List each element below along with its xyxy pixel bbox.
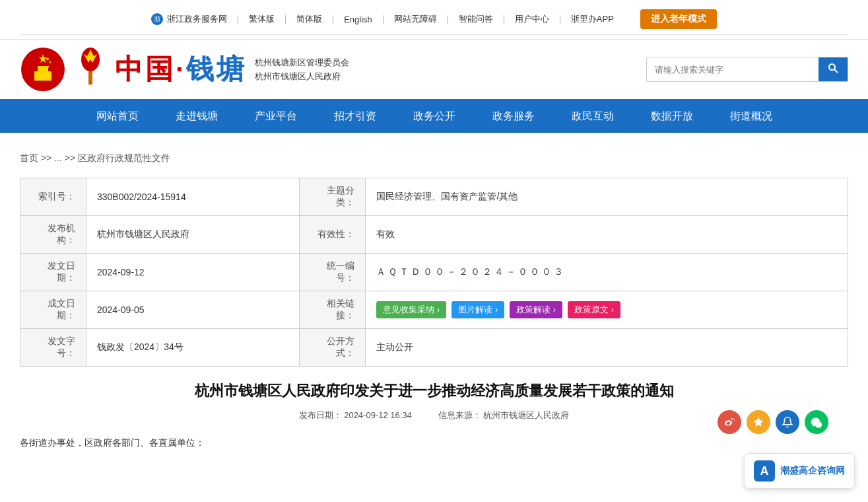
breadcrumb-home[interactable]: 首页: [20, 153, 38, 163]
image-reading-button[interactable]: 图片解读 ›: [451, 301, 504, 318]
zhejiang-link[interactable]: 浙江政务服务网: [167, 13, 227, 25]
favorite-button[interactable]: [747, 410, 770, 434]
accessibility-link[interactable]: 网站无障碍: [394, 13, 437, 25]
label-unified-num: 统一编号：: [300, 254, 366, 291]
article-body: 各街道办事处，区政府各部门、各直属单位：: [20, 435, 848, 451]
value-related-links: 意见收集采纳 › 图片解读 › 政策解读 › 政策原文 ›: [366, 291, 848, 329]
svg-point-11: [829, 64, 835, 70]
main-nav: 网站首页 走进钱塘 产业平台 招才引资 政务公开 政务服务 政民互动 数据开放 …: [0, 100, 868, 133]
search-box: [646, 57, 848, 82]
source-value: 杭州市钱塘区人民政府: [483, 410, 569, 420]
table-row: 发布机构： 杭州市钱塘区人民政府 有效性： 有效: [20, 216, 848, 254]
user-center-link[interactable]: 用户中心: [515, 13, 549, 25]
label-theme: 主题分类：: [300, 178, 366, 216]
label-validity: 有效性：: [300, 216, 366, 254]
breadcrumb: 首页 >> ... >> 区政府行政规范性文件: [20, 153, 848, 164]
bell-icon: [782, 416, 793, 428]
logo-area: 中国·钱塘 杭州钱塘新区管理委员会 杭州市钱塘区人民政府: [20, 46, 349, 92]
publish-date-label: 发布日期： 2024-09-12 16:34: [299, 410, 412, 421]
logo-dot: ·: [176, 54, 186, 85]
breadcrumb-ellipsis: ...: [54, 153, 62, 163]
breadcrumb-sep2: >>: [65, 153, 78, 163]
value-theme: 国民经济管理、国有资产监管/其他: [366, 178, 848, 216]
policy-original-button[interactable]: 政策原文 ›: [568, 301, 620, 318]
zhejiang-icon: 浙: [151, 13, 163, 25]
label-issue-date: 发文日期：: [20, 254, 86, 291]
national-emblem: [20, 46, 66, 92]
promo-icon: A: [754, 460, 775, 464]
value-unified-num: ＡＱＴＤ００－２０２４－０００３: [366, 254, 848, 291]
policy-reading-button[interactable]: 政策解读 ›: [510, 301, 562, 318]
elderly-mode-button[interactable]: 进入老年模式: [640, 9, 717, 29]
value-disclosure-type: 主动公开: [366, 329, 848, 367]
document-info-table: 索引号： 330B002/2024-15914 主题分类： 国民经济管理、国有资…: [20, 178, 848, 367]
simplified-link[interactable]: 简体版: [296, 13, 322, 25]
svg-rect-10: [88, 71, 92, 85]
subtitle-line1: 杭州钱塘新区管理委员会: [255, 56, 349, 69]
ai-question-link[interactable]: 智能问答: [459, 13, 493, 25]
nav-affairs[interactable]: 政务公开: [395, 100, 474, 133]
nav-talent[interactable]: 招才引资: [316, 100, 395, 133]
label-publisher: 发布机构：: [20, 216, 86, 254]
search-icon: [828, 63, 838, 73]
nav-service[interactable]: 政务服务: [474, 100, 553, 133]
logo-main-text: 中国·钱塘: [115, 51, 247, 88]
wechat-share-button[interactable]: [805, 410, 828, 434]
promo-badge[interactable]: A 潮盛高企咨询网: [744, 453, 855, 464]
table-row: 发文日期： 2024-09-12 统一编号： ＡＱＴＤ００－２０２４－０００３: [20, 254, 848, 291]
torch-icon: [74, 46, 107, 92]
svg-line-12: [834, 69, 838, 73]
wechat-icon: [811, 416, 822, 428]
svg-rect-2: [34, 71, 51, 81]
table-row: 发文字号： 钱政发〔2024〕34号 公开方式： 主动公开: [20, 329, 848, 367]
main-content: 首页 >> ... >> 区政府行政规范性文件 索引号： 330B002/202…: [0, 133, 868, 464]
social-share-icons: [718, 410, 828, 434]
logo-title-area: 中国·钱塘 杭州钱塘新区管理委员会 杭州市钱塘区人民政府: [115, 51, 349, 88]
nav-data[interactable]: 数据开放: [632, 100, 712, 133]
breadcrumb-current: 区政府行政规范性文件: [78, 153, 170, 163]
mobile-app-link[interactable]: 浙里办APP: [571, 13, 614, 25]
label-doc-number: 发文字号：: [20, 329, 86, 367]
star-icon: [752, 416, 764, 428]
value-index: 330B002/2024-15914: [86, 178, 300, 216]
top-bar: 浙 浙江政务服务网 ｜ 繁体版 ｜ 简体版 ｜ English ｜ 网站无障碍 …: [0, 0, 868, 40]
svg-rect-3: [38, 66, 48, 73]
notification-button[interactable]: [776, 410, 799, 434]
label-index: 索引号：: [20, 178, 86, 216]
source-label: 信息来源： 杭州市钱塘区人民政府: [438, 410, 570, 421]
english-link[interactable]: English: [344, 15, 372, 24]
weibo-share-button[interactable]: [718, 410, 741, 434]
weibo-icon: [723, 415, 736, 429]
search-button[interactable]: [818, 57, 848, 81]
article-meta-row: 发布日期： 2024-09-12 16:34 信息来源： 杭州市钱塘区人民政府: [20, 410, 848, 435]
value-compose-date: 2024-09-05: [86, 291, 300, 329]
publish-date-value: 2024-09-12 16:34: [344, 410, 412, 420]
logo-subtitle: 杭州钱塘新区管理委员会 杭州市钱塘区人民政府: [255, 56, 349, 83]
value-doc-number: 钱政发〔2024〕34号: [86, 329, 300, 367]
svg-marker-13: [754, 417, 764, 427]
label-related-links: 相关链接：: [300, 291, 366, 329]
collect-opinion-button[interactable]: 意见收集采纳 ›: [376, 301, 446, 318]
breadcrumb-sep1: >>: [41, 153, 54, 163]
article-meta: 发布日期： 2024-09-12 16:34 信息来源： 杭州市钱塘区人民政府: [299, 410, 570, 421]
value-validity: 有效: [366, 216, 848, 254]
article-body-text: 各街道办事处，区政府各部门、各直属单位：: [20, 435, 848, 451]
value-publisher: 杭州市钱塘区人民政府: [86, 216, 300, 254]
nav-industry[interactable]: 产业平台: [236, 100, 316, 133]
nav-about[interactable]: 走进钱塘: [157, 100, 236, 133]
logo-city: 钱塘: [186, 54, 247, 85]
header: 中国·钱塘 杭州钱塘新区管理委员会 杭州市钱塘区人民政府: [0, 40, 868, 100]
table-row: 成文日期： 2024-09-05 相关链接： 意见收集采纳 › 图片解读 › 政…: [20, 291, 848, 329]
table-row: 索引号： 330B002/2024-15914 主题分类： 国民经济管理、国有资…: [20, 178, 848, 216]
search-input[interactable]: [647, 59, 818, 80]
label-compose-date: 成文日期：: [20, 291, 86, 329]
logo-china: 中国: [115, 54, 176, 85]
article-title: 杭州市钱塘区人民政府印发关于进一步推动经济高质量发展若干政策的通知: [20, 380, 848, 402]
traditional-link[interactable]: 繁体版: [249, 13, 275, 25]
nav-home[interactable]: 网站首页: [78, 100, 157, 133]
publish-date-label-text: 发布日期：: [299, 410, 342, 420]
nav-street[interactable]: 街道概况: [712, 100, 791, 133]
label-disclosure-type: 公开方式：: [300, 329, 366, 367]
nav-interaction[interactable]: 政民互动: [553, 100, 632, 133]
subtitle-line2: 杭州市钱塘区人民政府: [255, 70, 349, 83]
